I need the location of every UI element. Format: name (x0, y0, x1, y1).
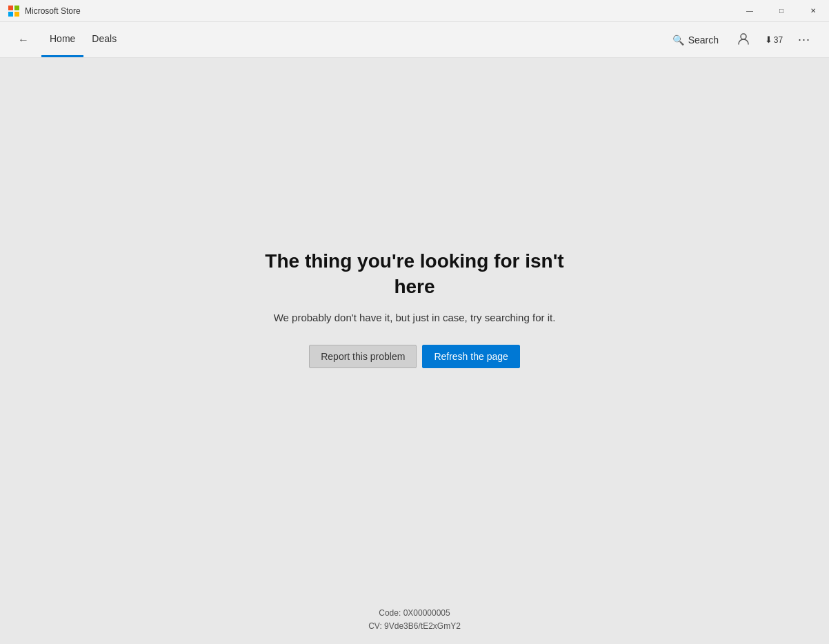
more-icon: ··· (798, 32, 810, 47)
window-controls: — □ ✕ (734, 0, 829, 22)
account-button[interactable] (730, 26, 757, 54)
app-title: Microsoft Store (25, 6, 81, 16)
error-code-line1: Code: 0X00000005 (0, 607, 829, 620)
titlebar: Microsoft Store — □ ✕ (0, 0, 829, 22)
error-container: The thing you're looking for isn't here … (242, 249, 587, 368)
account-icon (737, 32, 750, 48)
minimize-button[interactable]: — (734, 0, 766, 22)
svg-rect-1 (14, 6, 19, 10)
microsoft-store-icon (8, 6, 19, 17)
error-subtitle: We probably don't have it, but just in c… (274, 310, 556, 326)
svg-point-4 (741, 34, 746, 39)
error-code-line2: CV: 9Vde3B6/tE2xGmY2 (0, 620, 829, 633)
back-button[interactable]: ← (11, 28, 36, 52)
search-button[interactable]: 🔍 Search (664, 30, 727, 50)
error-buttons: Report this problem Refresh the page (309, 345, 520, 368)
tab-deals[interactable]: Deals (83, 22, 125, 57)
report-problem-button[interactable]: Report this problem (309, 345, 417, 368)
more-button[interactable]: ··· (790, 26, 818, 54)
download-count: 37 (774, 35, 783, 45)
downloads-button[interactable]: ⬇ 37 (760, 26, 788, 54)
download-icon: ⬇ (765, 34, 772, 45)
nav-right: 🔍 Search ⬇ 37 ··· (664, 26, 818, 54)
refresh-page-button[interactable]: Refresh the page (422, 345, 519, 368)
footer-area: Code: 0X00000005 CV: 9Vde3B6/tE2xGmY2 (0, 601, 829, 644)
back-icon: ← (18, 34, 29, 46)
tab-home[interactable]: Home (41, 22, 83, 57)
main-content: The thing you're looking for isn't here … (0, 58, 829, 601)
error-title: The thing you're looking for isn't here (242, 249, 587, 299)
svg-rect-2 (8, 12, 13, 17)
svg-rect-3 (14, 12, 19, 17)
search-icon: 🔍 (672, 34, 684, 46)
navbar: ← Home Deals 🔍 Search ⬇ 37 ··· (0, 22, 829, 58)
close-button[interactable]: ✕ (797, 0, 829, 22)
maximize-button[interactable]: □ (766, 0, 797, 22)
titlebar-left: Microsoft Store (8, 6, 81, 17)
nav-tabs: Home Deals (41, 22, 125, 57)
svg-rect-0 (8, 6, 13, 10)
